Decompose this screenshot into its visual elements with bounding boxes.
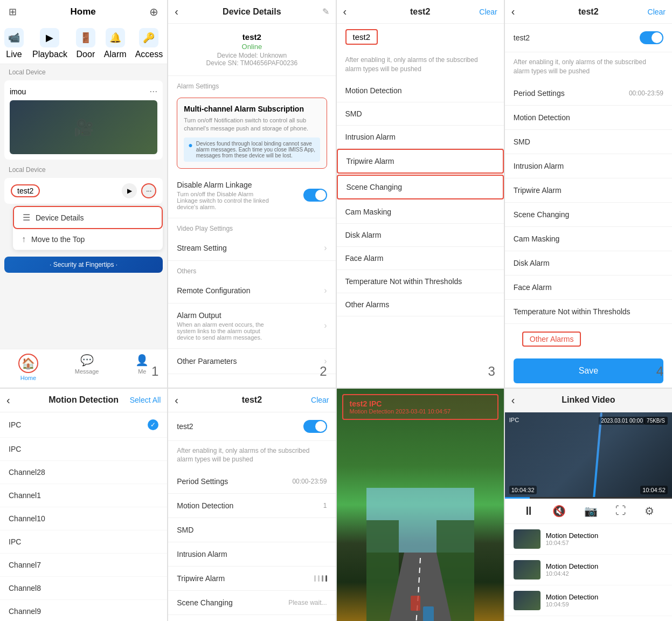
panel4-face-row[interactable]: Face Alarm [505,275,672,300]
panel6-clear-button[interactable]: Clear [311,396,329,404]
edit-button[interactable]: ✎ [322,6,329,17]
panel4-save-button[interactable]: Save [514,358,663,383]
panel2-title: Device Details [223,7,281,17]
remote-config-row[interactable]: Remote Configuration › [168,278,335,303]
panel6-motion-row[interactable]: Motion Detection 1 [168,494,335,518]
alarm-label: Alarm [104,50,127,59]
alarm-motion-detection[interactable]: Motion Detection [337,79,504,102]
panel4-disk-row[interactable]: Disk Alarm [505,251,672,275]
panel4-cam-row[interactable]: Cam Masking [505,227,672,251]
alarm-tripwire-highlighted[interactable]: Tripwire Alarm [337,149,504,174]
alarm-face[interactable]: Face Alarm [337,247,504,270]
panel4-intrusion-row[interactable]: Intrusion Alarm [505,154,672,178]
channel-row-8[interactable]: Channel9 [0,600,167,621]
panel6-intrusion-row[interactable]: Intrusion Alarm [168,542,335,567]
panel-6: ‹ test2 Clear test2 After enabling it, o… [168,389,335,621]
push-note-4: After enabling it, only alarms of the su… [505,52,672,81]
select-all-button[interactable]: Select All [130,396,161,404]
channel-name-1: IPC [9,445,21,453]
channel-row-3[interactable]: Channel1 [0,484,167,507]
move-top-item[interactable]: ↑ Move to the Top [13,229,163,250]
alarm-intrusion[interactable]: Intrusion Alarm [337,126,504,149]
settings-ctrl-icon[interactable]: ⚙ [645,505,654,518]
date-overlay: 2023.03.01 00:00 [599,417,645,425]
multi-channel-box: Multi-channel Alarm Subscription Turn on… [177,98,327,169]
fullscreen-icon[interactable]: ⛶ [615,505,626,517]
channel-row-4[interactable]: Channel10 [0,507,167,530]
panel3-back-button[interactable]: ‹ [343,5,347,18]
bar1 [314,575,316,582]
channel-row-1[interactable]: IPC [0,438,167,461]
nav-access[interactable]: 🔑 Access [135,28,163,59]
panel-linked-video: ‹ Linked Video IPC 75KB/S 2023.03.01 00:… [505,389,672,621]
camera-snap-icon[interactable]: 📷 [584,505,598,518]
panel6-smd-row[interactable]: SMD [168,518,335,542]
panel4-tripwire-row[interactable]: Tripwire Alarm [505,178,672,203]
nav-playback[interactable]: ▶ Playback [32,28,67,59]
other-params-row[interactable]: Other Parameters › [168,349,335,374]
panel4-motion-row[interactable]: Motion Detection [505,106,672,130]
panel5-back-button[interactable]: ‹ [6,394,10,406]
nav-door[interactable]: 🚪 Door [76,28,95,59]
disable-alarm-toggle[interactable] [303,189,327,202]
panel6-device-toggle[interactable] [303,420,327,433]
alarm-other[interactable]: Other Alarms [337,293,504,316]
disable-alarm-label: Disable Alarm Linkage [177,181,274,189]
panel4-scene-row[interactable]: Scene Changing [505,203,672,227]
grid-icon[interactable]: ⊞ [9,6,17,18]
panel4-back-button[interactable]: ‹ [511,5,515,18]
panel4-face-label: Face Alarm [514,283,552,292]
test2-more-button[interactable]: ··· [141,183,156,198]
panel6-back-button[interactable]: ‹ [175,394,178,406]
panel6-tripwire-row[interactable]: Tripwire Alarm [168,567,335,591]
panel4-smd-row[interactable]: SMD [505,130,672,154]
device-details-item[interactable]: ☰ Device Details [13,206,163,229]
multi-channel-desc: Turn on/off Notification switch to contr… [184,116,320,133]
panel-device-details: ‹ Device Details ✎ test2 Online Device M… [168,0,335,388]
panel6-scene-row[interactable]: Scene Changing Please wait... [168,591,335,615]
panel6-period-row[interactable]: Period Settings 00:00-23:59 [168,470,335,494]
bottom-nav-home[interactable]: 🏠 Home [18,354,38,381]
event-item-0[interactable]: Motion Detection 10:04:57 [505,524,672,555]
panel-3: ‹ test2 Clear test2 After enabling it, o… [337,0,504,388]
nav-live[interactable]: 📹 Live [4,28,24,59]
stream-setting-row[interactable]: Stream Setting › [168,236,335,261]
bottom-nav-message[interactable]: 💬 Message [75,354,99,381]
panel4-clear-button[interactable]: Clear [648,8,666,16]
panel4-intrusion-label: Intrusion Alarm [514,162,564,170]
test2-play-button[interactable]: ▶ [122,183,137,198]
volume-icon[interactable]: 🔇 [552,505,566,518]
channel-row-6[interactable]: Channel7 [0,554,167,577]
step-1: 1 [151,364,158,379]
panel4-other-alarms-row[interactable]: Other Alarms [505,324,672,354]
add-icon[interactable]: ⊕ [149,5,158,18]
alarm-cam-masking[interactable]: Cam Masking [337,201,504,224]
panel4-device-toggle[interactable] [640,31,663,44]
alarm-scene-highlighted[interactable]: Scene Changing [337,175,504,199]
channel-row-7[interactable]: Channel8 [0,577,167,600]
channel-row-0[interactable]: IPC ✓ [0,412,167,438]
timeline-bar[interactable] [505,497,672,499]
event-item-1[interactable]: Motion Detection 10:04:42 [505,555,672,585]
nav-alarm[interactable]: 🔔 Alarm [104,28,127,59]
channel-row-2[interactable]: Channel28 [0,461,167,484]
back-button[interactable]: ‹ [175,5,178,18]
channel-row-5[interactable]: IPC [0,530,167,554]
panel8-back-button[interactable]: ‹ [511,394,515,406]
event-item-2[interactable]: Motion Detection 10:04:59 [505,585,672,616]
panel4-period-row[interactable]: Period Settings 00:00-23:59 [505,81,672,106]
device-more-icon[interactable]: ··· [149,86,157,97]
panel6-cam-row[interactable]: Cam Masking [168,615,335,621]
pause-button[interactable]: ⏸ [523,504,535,518]
alarm-output-row[interactable]: Alarm Output When an alarm event occurs,… [168,303,335,349]
panel4-device-toggle-row: test2 [505,24,672,52]
alarm-smd[interactable]: SMD [337,102,504,126]
test2-header-box: test2 [345,29,378,45]
panel4-smd-label: SMD [514,137,530,146]
panel4-temperature-row[interactable]: Temperature Not within Thresholds [505,300,672,324]
panel3-clear-button[interactable]: Clear [479,8,497,16]
alarm-temperature[interactable]: Temperature Not within Thresholds [337,270,504,293]
alarm-disk[interactable]: Disk Alarm [337,224,504,247]
channel-name-5: IPC [9,537,21,546]
bottom-nav-me[interactable]: 👤 Me [135,354,149,381]
